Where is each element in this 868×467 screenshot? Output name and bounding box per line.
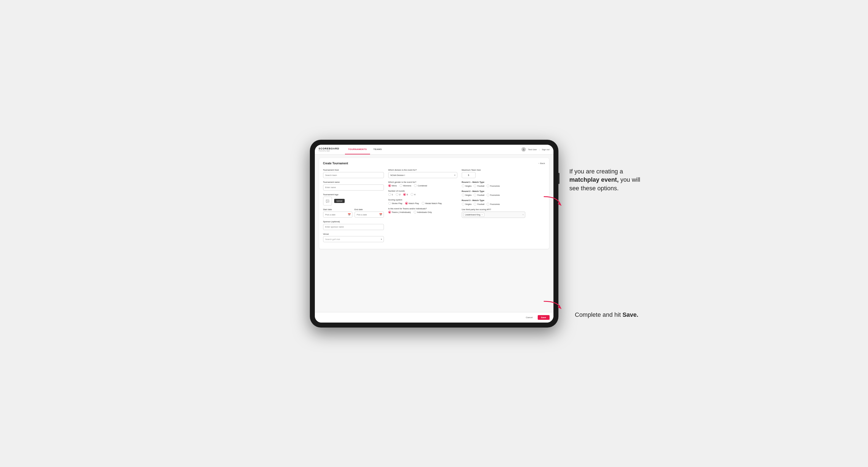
- tournament-host-input[interactable]: [323, 172, 384, 178]
- gender-mens[interactable]: Mens: [388, 184, 397, 187]
- page-title: Create Tournament: [323, 162, 348, 165]
- division-select-wrap: NCAA Division I: [388, 172, 457, 178]
- round-2-radio[interactable]: [396, 193, 399, 196]
- scoring-stroke[interactable]: Stroke Play: [388, 202, 402, 205]
- tab-tournaments[interactable]: TOURNAMENTS: [345, 145, 370, 154]
- api-select-box[interactable]: Leaderboard King × ▾: [462, 212, 525, 218]
- scoring-match-radio[interactable]: [405, 202, 408, 205]
- round-4[interactable]: 4: [411, 193, 415, 196]
- round2-options: Singles Fourball Foursomes: [462, 194, 525, 196]
- gender-combined-radio[interactable]: [414, 184, 417, 187]
- teams-individuals[interactable]: Individuals Only: [414, 211, 432, 214]
- sponsor-input[interactable]: [323, 224, 384, 230]
- api-tag-remove[interactable]: ×: [482, 214, 483, 216]
- teams-individuals-radio[interactable]: [414, 211, 416, 214]
- date-row: Start date 📅 End date: [323, 208, 384, 218]
- annotation-bottom-bold: Save.: [622, 311, 639, 318]
- gender-label: Which gender is the event for?: [388, 181, 457, 183]
- round1-options: Singles Fourball Foursomes: [462, 185, 525, 187]
- round3-foursomes-radio[interactable]: [487, 203, 489, 206]
- division-select[interactable]: NCAA Division I: [388, 172, 457, 178]
- round1-type-label: Round 1 - Match Type: [462, 181, 525, 183]
- save-button[interactable]: Save: [538, 315, 550, 320]
- upload-button[interactable]: Upload: [334, 199, 345, 203]
- round-1[interactable]: 1: [388, 193, 393, 196]
- teams-teams[interactable]: Teams (+Individuals): [388, 211, 411, 214]
- annotation-bottom: Complete and hit Save.: [575, 311, 652, 319]
- cancel-button[interactable]: Cancel: [523, 315, 535, 320]
- round-3-radio[interactable]: [403, 193, 406, 196]
- round2-fourball[interactable]: Fourball: [474, 194, 484, 196]
- annotation-top: If you are creating a matchplay event, y…: [569, 167, 647, 193]
- round1-foursomes[interactable]: Foursomes: [487, 185, 500, 187]
- api-group: Use third-party live scoring API? Leader…: [462, 208, 525, 218]
- end-date-label: End date: [354, 208, 384, 211]
- api-label: Use third-party live scoring API?: [462, 208, 525, 211]
- user-name: Test User: [528, 148, 537, 151]
- scoring-medal[interactable]: Medal Match Play: [422, 202, 442, 205]
- nav-tabs: TOURNAMENTS TEAMS: [345, 145, 385, 154]
- right-column: Maximum Team Size Round 1 - Match Type S…: [462, 169, 525, 221]
- round1-fourball-radio[interactable]: [474, 185, 476, 187]
- round1-singles-radio[interactable]: [462, 185, 465, 187]
- venue-group: Venue Search golf club: [323, 233, 384, 243]
- gender-radio-group: Mens Womens Combined: [388, 184, 457, 187]
- api-chevron-icon: ▾: [523, 214, 524, 216]
- round2-fourball-radio[interactable]: [474, 194, 476, 196]
- sign-out-link[interactable]: Sign out: [542, 148, 550, 151]
- scoring-group: Scoring system Stroke Play Match Play: [388, 198, 457, 205]
- tournament-host-label: Tournament Host: [323, 169, 384, 171]
- sponsor-group: Sponsor (optional): [323, 220, 384, 230]
- round3-singles[interactable]: Singles: [462, 203, 472, 206]
- round2-foursomes[interactable]: Foursomes: [487, 194, 500, 196]
- scoring-match[interactable]: Match Play: [405, 202, 419, 205]
- round3-fourball[interactable]: Fourball: [474, 203, 484, 206]
- round2-singles-radio[interactable]: [462, 194, 465, 196]
- annotation-top-bold: matchplay event,: [569, 176, 619, 183]
- form-body: Tournament Host Tournament name Tourname…: [323, 169, 545, 245]
- api-tag-value: Leaderboard King: [465, 214, 480, 216]
- tournament-name-input[interactable]: [323, 185, 384, 191]
- gender-womens-radio[interactable]: [400, 184, 402, 187]
- gender-combined[interactable]: Combined: [414, 184, 427, 187]
- middle-column: Which division is the event for? NCAA Di…: [388, 169, 457, 217]
- arrow-top-icon: [541, 194, 563, 211]
- round-3[interactable]: 3: [403, 193, 408, 196]
- main-content: Create Tournament ‹ Back Tournament Host: [315, 155, 553, 312]
- left-column: Tournament Host Tournament name Tourname…: [323, 169, 384, 245]
- start-date-group: Start date 📅: [323, 208, 352, 218]
- gender-mens-radio[interactable]: [388, 184, 391, 187]
- round2-type-label: Round 2 - Match Type: [462, 190, 525, 192]
- form-container: Create Tournament ‹ Back Tournament Host: [319, 158, 549, 249]
- gender-group: Which gender is the event for? Mens Wome…: [388, 181, 457, 187]
- logo-sub: Powered by clippit: [319, 150, 339, 152]
- back-button[interactable]: ‹ Back: [538, 162, 545, 165]
- division-group: Which division is the event for? NCAA Di…: [388, 169, 457, 178]
- round3-foursomes[interactable]: Foursomes: [487, 203, 500, 206]
- round2-singles[interactable]: Singles: [462, 194, 472, 196]
- round3-singles-radio[interactable]: [462, 203, 465, 206]
- logo-upload-area: Upload: [323, 197, 384, 206]
- rounds-label: Number of rounds: [388, 190, 457, 192]
- venue-select[interactable]: Search golf club: [323, 236, 384, 242]
- navbar: SCOREBOARD Powered by clippit TOURNAMENT…: [315, 145, 553, 155]
- round-4-radio[interactable]: [411, 193, 413, 196]
- round-1-radio[interactable]: [388, 193, 391, 196]
- scoring-medal-radio[interactable]: [422, 202, 425, 205]
- gender-womens[interactable]: Womens: [400, 184, 411, 187]
- round3-fourball-radio[interactable]: [474, 203, 476, 206]
- start-date-label: Start date: [323, 208, 352, 211]
- round-2[interactable]: 2: [396, 193, 400, 196]
- round1-foursomes-radio[interactable]: [487, 185, 489, 187]
- rounds-radio-group: 1 2 3: [388, 193, 457, 196]
- svg-point-0: [523, 149, 524, 149]
- svg-point-2: [327, 200, 327, 201]
- round1-singles[interactable]: Singles: [462, 185, 472, 187]
- tab-teams[interactable]: TEAMS: [370, 145, 385, 154]
- round1-fourball[interactable]: Fourball: [474, 185, 484, 187]
- round2-foursomes-radio[interactable]: [487, 194, 489, 196]
- end-date-wrap: 📅: [354, 212, 384, 218]
- scoring-stroke-radio[interactable]: [388, 202, 391, 205]
- max-team-input[interactable]: [462, 172, 475, 178]
- teams-teams-radio[interactable]: [388, 211, 391, 214]
